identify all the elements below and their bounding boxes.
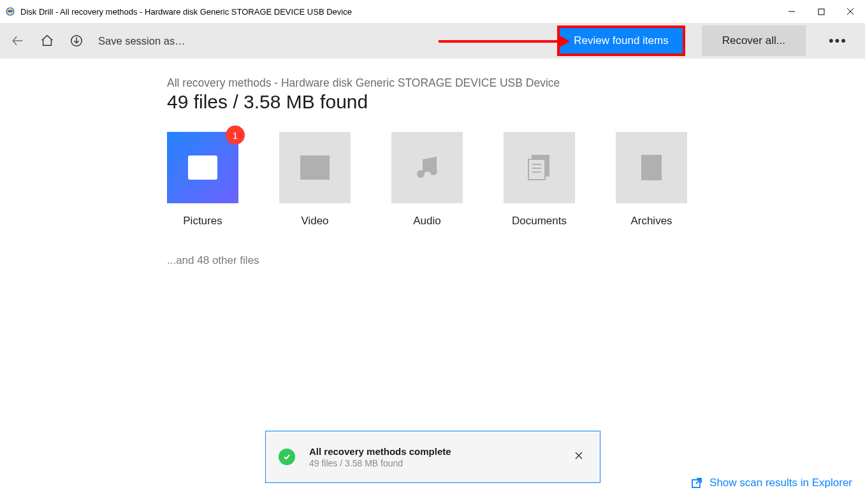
audio-label: Audio: [413, 215, 440, 227]
svg-rect-3: [818, 9, 824, 15]
download-icon[interactable]: [66, 31, 87, 51]
category-row: 1 Pictures Video Audio Documents A: [167, 132, 865, 227]
review-found-items-button[interactable]: Review found items: [560, 28, 682, 54]
archives-label: Archives: [630, 215, 672, 227]
notification-subtitle: 49 files / 3.58 MB found: [309, 458, 571, 468]
show-in-explorer-link[interactable]: Show scan results in Explorer: [690, 477, 852, 489]
scan-subtitle: All recovery methods - Hardware disk Gen…: [167, 76, 865, 90]
scan-headline: 49 files / 3.58 MB found: [167, 91, 865, 113]
svg-rect-23: [528, 159, 545, 180]
titlebar: Disk Drill - All recovery methods - Hard…: [0, 0, 865, 23]
notification-close-button[interactable]: [571, 447, 587, 466]
external-link-icon: [690, 477, 703, 489]
category-audio[interactable]: Audio: [391, 132, 463, 227]
save-session-label[interactable]: Save session as…: [98, 35, 185, 47]
svg-rect-9: [189, 156, 217, 179]
home-button[interactable]: [37, 31, 57, 51]
window-title: Disk Drill - All recovery methods - Hard…: [20, 7, 777, 17]
category-video[interactable]: Video: [279, 132, 351, 227]
app-icon: [5, 6, 15, 17]
back-button[interactable]: [8, 31, 28, 51]
more-options-button[interactable]: •••: [818, 32, 857, 49]
category-pictures[interactable]: 1 Pictures: [167, 132, 238, 227]
category-documents[interactable]: Documents: [504, 132, 575, 227]
video-tile: [279, 132, 351, 203]
svg-rect-1: [8, 10, 13, 12]
scan-complete-notification: All recovery methods complete 49 files /…: [265, 431, 600, 483]
minimize-button[interactable]: [777, 0, 806, 23]
review-button-highlight: Review found items: [557, 25, 685, 56]
main-content: All recovery methods - Hardware disk Gen…: [0, 59, 865, 267]
svg-point-10: [194, 162, 198, 166]
explorer-link-text: Show scan results in Explorer: [709, 477, 852, 489]
audio-tile: [391, 132, 463, 203]
documents-tile: [504, 132, 575, 203]
recover-all-button[interactable]: Recover all...: [702, 25, 806, 56]
documents-label: Documents: [512, 215, 567, 227]
close-button[interactable]: [836, 0, 865, 23]
svg-point-21: [430, 168, 437, 175]
svg-point-20: [418, 171, 424, 177]
video-label: Video: [301, 215, 328, 227]
notification-title: All recovery methods complete: [309, 446, 571, 457]
svg-rect-29: [650, 169, 653, 175]
other-files-text: ...and 48 other files: [167, 254, 865, 267]
maximize-button[interactable]: [806, 0, 836, 23]
toolbar: Save session as… Review found items Reco…: [0, 23, 865, 59]
pictures-tile: [167, 132, 238, 203]
category-archives[interactable]: Archives: [616, 132, 687, 227]
pictures-badge: 1: [226, 126, 245, 145]
check-icon: [279, 449, 295, 465]
archives-tile: [616, 132, 687, 203]
pictures-label: Pictures: [183, 215, 222, 227]
